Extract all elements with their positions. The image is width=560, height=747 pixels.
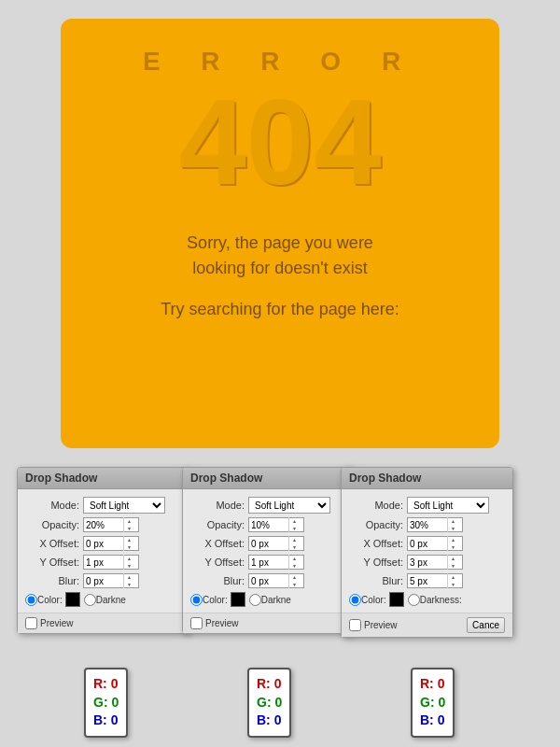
mode-select-2[interactable]: Soft Light Normal (248, 497, 330, 514)
mode-label-1: Mode: (25, 500, 79, 511)
drop-shadow-panel-3: Drop Shadow Mode: Soft Light Normal Opac… (341, 467, 513, 638)
cancel-button-3[interactable]: Cance (467, 617, 505, 633)
yoffset-input-2[interactable] (249, 557, 288, 568)
panel-3-footer: Preview Cance (342, 613, 512, 637)
color-radio-2[interactable] (190, 594, 203, 606)
color-row-1: Color: Darkne (25, 592, 181, 607)
mode-select-1[interactable]: Soft Light Normal Multiply (83, 497, 165, 514)
blur-row-3: Blur: ▲ ▼ (349, 573, 505, 588)
opacity-spinner-3[interactable]: ▲ ▼ (407, 517, 463, 532)
xoffset-row-3: X Offset: ▲ ▼ (349, 536, 505, 551)
color-swatch-1[interactable] (65, 592, 80, 607)
color-radio-3[interactable] (349, 594, 361, 606)
mode-row-1: Mode: Soft Light Normal Multiply (25, 497, 181, 514)
blur-input-2[interactable] (249, 576, 288, 586)
opacity-row-2: Opacity: ▲ ▼ (190, 517, 346, 532)
rgb-g-2: G: 0 (257, 694, 282, 712)
mode-row-3: Mode: Soft Light Normal (349, 497, 505, 514)
preview-checkbox-2[interactable] (190, 617, 203, 629)
xoffset-spinner-1[interactable]: ▲ ▼ (83, 536, 139, 551)
darkness-radio-2[interactable] (249, 594, 261, 606)
rgb-popup-3: R: 0 G: 0 B: 0 (411, 668, 455, 738)
preview-label-3: Preview (349, 619, 398, 631)
blur-input-1[interactable] (84, 576, 123, 586)
preview-checkbox-1[interactable] (25, 617, 37, 629)
blur-row-1: Blur: ▲ ▼ (25, 573, 181, 588)
mode-select-3[interactable]: Soft Light Normal (407, 497, 489, 514)
opacity-input-3[interactable] (408, 520, 447, 530)
color-label-2: Color: (203, 595, 228, 605)
darkness-radio-1[interactable] (84, 594, 96, 606)
yoffset-spinner-2[interactable]: ▲ ▼ (248, 555, 304, 570)
xoffset-spinner-2[interactable]: ▲ ▼ (248, 536, 304, 551)
opacity-label-2: Opacity: (190, 519, 245, 530)
mode-row-2: Mode: Soft Light Normal (190, 497, 346, 514)
preview-label-2: Preview (190, 617, 239, 629)
color-label-3: Color: (361, 595, 386, 605)
color-swatch-2[interactable] (231, 592, 245, 607)
opacity-arrows-1[interactable]: ▲ ▼ (123, 517, 134, 532)
error-search: Try searching for the page here: (161, 300, 399, 319)
error-card: E R R O R 404 Sorry, the page you werelo… (61, 19, 499, 448)
color-radio-1[interactable] (25, 594, 37, 606)
rgb-b-2: B: 0 (257, 712, 282, 730)
panel-1-footer: Preview (18, 613, 189, 633)
panel-1-title: Drop Shadow (18, 468, 189, 489)
blur-spinner-3[interactable]: ▲ ▼ (407, 573, 463, 588)
rgb-g-3: G: 0 (420, 694, 445, 712)
yoffset-arrows-1[interactable]: ▲ ▼ (123, 555, 134, 570)
blur-input-3[interactable] (408, 576, 447, 586)
blur-spinner-1[interactable]: ▲ ▼ (83, 573, 139, 588)
darkness-label-3: Darkness: (420, 595, 462, 605)
error-number: 404 (179, 81, 382, 203)
xoffset-label-1: X Offset: (25, 538, 79, 549)
rgb-b-1: B: 0 (93, 712, 119, 730)
rgb-popup-2: R: 0 G: 0 B: 0 (247, 668, 291, 738)
darkness-label-2: Darkne (261, 595, 291, 605)
xoffset-spinner-3[interactable]: ▲ ▼ (407, 536, 463, 551)
opacity-spinner-2[interactable]: ▲ ▼ (248, 517, 304, 532)
opacity-down-1[interactable]: ▼ (124, 525, 134, 532)
blur-label-1: Blur: (25, 575, 79, 586)
xoffset-input-1[interactable] (84, 539, 123, 549)
xoffset-input-3[interactable] (408, 539, 447, 549)
blur-arrows-1[interactable]: ▲ ▼ (123, 573, 134, 588)
opacity-label-1: Opacity: (25, 519, 79, 530)
preview-checkbox-3[interactable] (349, 619, 361, 631)
blur-label-2: Blur: (190, 575, 245, 586)
blur-label-3: Blur: (349, 575, 403, 586)
xoffset-label-3: X Offset: (349, 538, 403, 549)
color-row-3: Color: Darkness: (349, 592, 505, 607)
opacity-arrows-2[interactable]: ▲ ▼ (288, 517, 300, 532)
xoffset-row-2: X Offset: ▲ ▼ (190, 536, 346, 551)
opacity-label-3: Opacity: (349, 519, 403, 530)
color-swatch-3[interactable] (389, 592, 404, 607)
opacity-spinner-1[interactable]: ▲ ▼ (83, 517, 139, 532)
color-label-1: Color: (37, 595, 63, 605)
yoffset-spinner-3[interactable]: ▲ ▼ (407, 555, 463, 570)
blur-spinner-2[interactable]: ▲ ▼ (248, 573, 304, 588)
yoffset-spinner-1[interactable]: ▲ ▼ (83, 555, 139, 570)
xoffset-arrows-1[interactable]: ▲ ▼ (123, 536, 134, 551)
yoffset-row-2: Y Offset: ▲ ▼ (190, 555, 346, 570)
xoffset-row-1: X Offset: ▲ ▼ (25, 536, 181, 551)
yoffset-input-3[interactable] (408, 557, 447, 568)
blur-row-2: Blur: ▲ ▼ (190, 573, 346, 588)
opacity-input-2[interactable] (249, 520, 288, 530)
panel-3-title: Drop Shadow (342, 468, 512, 489)
darkness-label-1: Darkne (96, 595, 126, 605)
panel-2-title: Drop Shadow (183, 468, 354, 489)
opacity-input-1[interactable] (84, 520, 123, 530)
darkness-radio-3[interactable] (408, 594, 420, 606)
rgb-r-3: R: 0 (420, 675, 445, 694)
rgb-g-1: G: 0 (93, 694, 119, 712)
yoffset-row-1: Y Offset: ▲ ▼ (25, 555, 181, 570)
opacity-row-1: Opacity: ▲ ▼ (25, 517, 181, 532)
xoffset-label-2: X Offset: (190, 538, 245, 549)
yoffset-label-1: Y Offset: (25, 557, 79, 568)
opacity-up-1[interactable]: ▲ (124, 517, 134, 525)
yoffset-label-3: Y Offset: (349, 557, 403, 568)
error-sorry: Sorry, the page you werelooking for does… (187, 231, 373, 281)
xoffset-input-2[interactable] (249, 539, 288, 549)
yoffset-input-1[interactable] (84, 557, 123, 568)
